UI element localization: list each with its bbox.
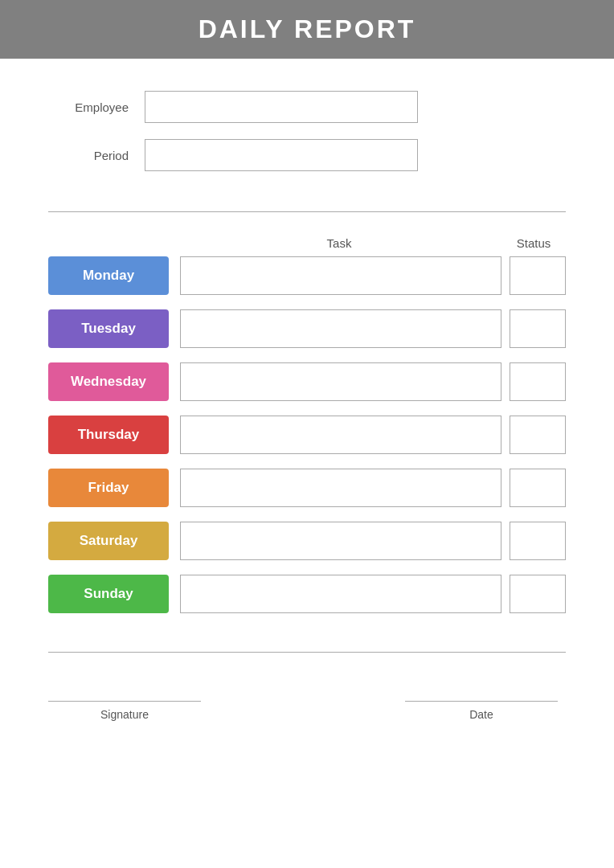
- status-input-thursday[interactable]: [510, 416, 566, 454]
- task-input-saturday[interactable]: [180, 522, 501, 560]
- day-row: Thursday: [48, 416, 566, 454]
- day-badge-thursday: Thursday: [48, 416, 169, 454]
- task-input-friday[interactable]: [180, 469, 501, 507]
- task-input-wednesday[interactable]: [180, 362, 501, 401]
- status-input-sunday[interactable]: [510, 575, 566, 613]
- day-badge-saturday: Saturday: [48, 522, 169, 560]
- day-badge-wednesday: Wednesday: [48, 362, 169, 401]
- status-input-tuesday[interactable]: [510, 309, 566, 348]
- employee-label: Employee: [48, 100, 145, 114]
- signature-line: [48, 701, 201, 702]
- employee-row: Employee: [48, 91, 566, 123]
- footer-section: Signature Date: [0, 669, 614, 745]
- period-row: Period: [48, 139, 566, 171]
- period-label: Period: [48, 149, 145, 162]
- task-input-thursday[interactable]: [180, 416, 501, 454]
- signature-label: Signature: [48, 708, 201, 721]
- page-header: DAILY REPORT: [0, 0, 614, 59]
- day-row: Sunday: [48, 575, 566, 613]
- task-table-section: Task Status MondayTuesdayWednesdayThursd…: [0, 228, 614, 644]
- task-input-tuesday[interactable]: [180, 309, 501, 348]
- day-row: Monday: [48, 256, 566, 295]
- page-title: DAILY REPORT: [0, 14, 614, 44]
- status-input-monday[interactable]: [510, 256, 566, 295]
- status-input-saturday[interactable]: [510, 522, 566, 560]
- date-label: Date: [405, 708, 558, 721]
- status-input-wednesday[interactable]: [510, 362, 566, 401]
- day-row: Saturday: [48, 522, 566, 560]
- day-row: Wednesday: [48, 362, 566, 401]
- task-column-header: Task: [177, 236, 501, 250]
- day-badge-monday: Monday: [48, 256, 169, 295]
- task-input-monday[interactable]: [180, 256, 501, 295]
- day-badge-tuesday: Tuesday: [48, 309, 169, 348]
- day-badge-friday: Friday: [48, 469, 169, 507]
- status-input-friday[interactable]: [510, 469, 566, 507]
- divider-2: [48, 652, 566, 653]
- divider-1: [48, 211, 566, 212]
- signature-block: Signature: [48, 701, 209, 721]
- task-input-sunday[interactable]: [180, 575, 501, 613]
- status-column-header: Status: [501, 236, 566, 250]
- daily-report-page: DAILY REPORT Employee Period Task Status…: [0, 0, 614, 868]
- day-rows-container: MondayTuesdayWednesdayThursdayFridaySatu…: [48, 256, 566, 613]
- day-row: Tuesday: [48, 309, 566, 348]
- date-block: Date: [405, 701, 566, 721]
- employee-input[interactable]: [145, 91, 418, 123]
- day-row: Friday: [48, 469, 566, 507]
- form-section: Employee Period: [0, 59, 614, 203]
- period-input[interactable]: [145, 139, 418, 171]
- day-badge-sunday: Sunday: [48, 575, 169, 613]
- table-header-row: Task Status: [48, 236, 566, 250]
- date-line: [405, 701, 558, 702]
